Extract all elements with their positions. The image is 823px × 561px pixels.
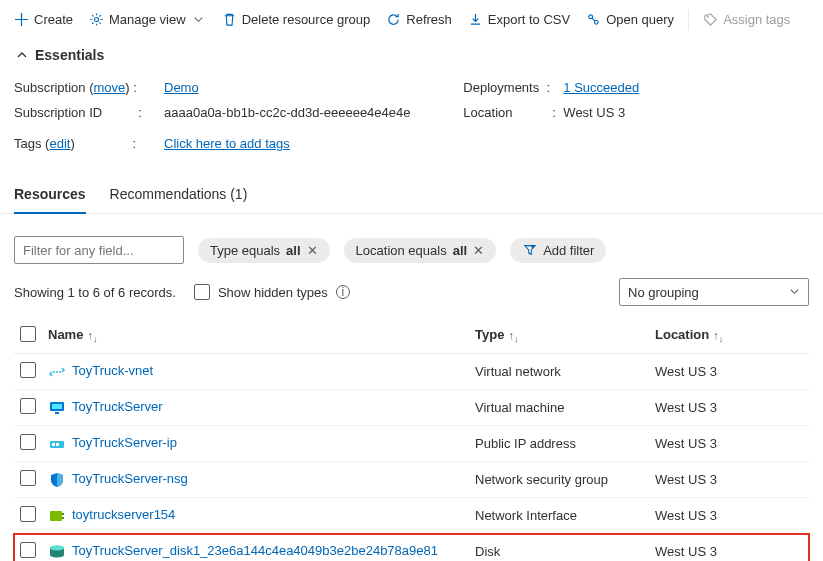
resource-type-cell: Virtual machine <box>469 390 649 426</box>
subscription-move-link[interactable]: move <box>94 80 126 95</box>
plus-icon <box>14 12 29 27</box>
filter-icon <box>522 243 537 258</box>
open-query-button[interactable]: Open query <box>584 8 676 31</box>
manage-view-label: Manage view <box>109 12 186 27</box>
resource-icon <box>48 435 66 453</box>
row-checkbox[interactable] <box>20 506 36 522</box>
deployments-label: Deployments <box>463 80 539 95</box>
close-icon[interactable]: ✕ <box>473 243 484 258</box>
svg-point-0 <box>94 17 98 21</box>
subscription-id-value: aaaa0a0a-bb1b-cc2c-dd3d-eeeeee4e4e4e <box>164 105 411 120</box>
query-icon <box>586 12 601 27</box>
filter-bar: Type equals all ✕ Location equals all ✕ … <box>0 214 823 276</box>
svg-rect-15 <box>62 517 64 519</box>
column-header-location[interactable]: Location↑↓ <box>649 318 809 354</box>
row-checkbox[interactable] <box>20 398 36 414</box>
svg-point-3 <box>707 16 709 18</box>
manage-view-button[interactable]: Manage view <box>87 8 208 31</box>
row-checkbox[interactable] <box>20 362 36 378</box>
column-header-name[interactable]: Name↑↓ <box>42 318 469 354</box>
resource-type-cell: Virtual network <box>469 354 649 390</box>
table-row: ToyTruckServer-nsgNetwork security group… <box>14 462 809 498</box>
tags-label: Tags <box>14 136 41 151</box>
download-icon <box>468 12 483 27</box>
resource-name-link[interactable]: ToyTruck-vnet <box>72 363 153 378</box>
add-filter-label: Add filter <box>543 243 594 258</box>
list-info-bar: Showing 1 to 6 of 6 records. Show hidden… <box>0 276 823 318</box>
sort-icon: ↑↓ <box>87 329 97 341</box>
subscription-link[interactable]: Demo <box>164 80 199 95</box>
resource-name-link[interactable]: ToyTruckServer-nsg <box>72 471 188 486</box>
add-filter-button[interactable]: Add filter <box>510 238 606 263</box>
toolbar-separator <box>688 10 689 30</box>
table-row: toytruckserver154Network InterfaceWest U… <box>14 498 809 534</box>
add-tags-link[interactable]: Click here to add tags <box>164 136 290 151</box>
row-checkbox[interactable] <box>20 434 36 450</box>
tab-recommendations[interactable]: Recommendations (1) <box>110 186 248 213</box>
tag-icon <box>703 12 718 27</box>
svg-point-6 <box>59 371 61 373</box>
svg-point-4 <box>53 371 55 373</box>
gear-icon <box>89 12 104 27</box>
filter-location-value: all <box>453 243 467 258</box>
resource-name-link[interactable]: ToyTruckServer_disk1_23e6a144c4ea4049b3e… <box>72 543 438 558</box>
table-row: ToyTruckServer-ipPublic IP addressWest U… <box>14 426 809 462</box>
resource-icon <box>48 471 66 489</box>
svg-point-17 <box>50 545 64 550</box>
resource-location-cell: West US 3 <box>649 534 809 562</box>
filter-type-value: all <box>286 243 300 258</box>
export-label: Export to CSV <box>488 12 570 27</box>
location-value: West US 3 <box>563 105 625 120</box>
filter-pill-type[interactable]: Type equals all ✕ <box>198 238 330 263</box>
resource-location-cell: West US 3 <box>649 462 809 498</box>
filter-pill-location[interactable]: Location equals all ✕ <box>344 238 497 263</box>
svg-rect-11 <box>52 443 55 446</box>
svg-rect-8 <box>52 404 62 409</box>
filter-location-label: Location equals <box>356 243 447 258</box>
create-label: Create <box>34 12 73 27</box>
assign-tags-button: Assign tags <box>701 8 792 31</box>
command-bar: Create Manage view Delete resource group… <box>0 0 823 39</box>
record-count-text: Showing 1 to 6 of 6 records. <box>14 285 176 300</box>
resource-location-cell: West US 3 <box>649 498 809 534</box>
essentials-heading: Essentials <box>35 47 104 63</box>
create-button[interactable]: Create <box>12 8 75 31</box>
table-row: ToyTruckServer_disk1_23e6a144c4ea4049b3e… <box>14 534 809 562</box>
refresh-button[interactable]: Refresh <box>384 8 454 31</box>
essentials-panel: Subscription (move) : Demo Subscription … <box>0 71 823 166</box>
resource-name-link[interactable]: toytruckserver154 <box>72 507 175 522</box>
resource-name-link[interactable]: ToyTruckServer <box>72 399 163 414</box>
chevron-up-icon <box>14 48 29 63</box>
select-all-checkbox[interactable] <box>20 326 36 342</box>
row-checkbox[interactable] <box>20 470 36 486</box>
resource-icon <box>48 543 66 561</box>
column-header-type[interactable]: Type↑↓ <box>469 318 649 354</box>
delete-label: Delete resource group <box>242 12 371 27</box>
table-row: ToyTruckServerVirtual machineWest US 3 <box>14 390 809 426</box>
deployments-link[interactable]: 1 Succeeded <box>563 80 639 95</box>
filter-type-label: Type equals <box>210 243 280 258</box>
filter-field-input[interactable] <box>14 236 184 264</box>
sort-icon: ↑↓ <box>713 329 723 341</box>
resource-type-cell: Public IP address <box>469 426 649 462</box>
resource-name-link[interactable]: ToyTruckServer-ip <box>72 435 177 450</box>
tab-resources[interactable]: Resources <box>14 186 86 214</box>
subscription-id-label: Subscription ID <box>14 105 102 120</box>
tags-edit-link[interactable]: edit <box>49 136 70 151</box>
grouping-value: No grouping <box>628 285 699 300</box>
show-hidden-label: Show hidden types <box>218 285 328 300</box>
refresh-icon <box>386 12 401 27</box>
row-checkbox[interactable] <box>20 542 36 558</box>
delete-resource-group-button[interactable]: Delete resource group <box>220 8 373 31</box>
essentials-toggle[interactable]: Essentials <box>0 39 823 71</box>
info-icon[interactable]: i <box>336 285 350 299</box>
resource-location-cell: West US 3 <box>649 354 809 390</box>
close-icon[interactable]: ✕ <box>307 243 318 258</box>
show-hidden-checkbox[interactable] <box>194 284 210 300</box>
export-csv-button[interactable]: Export to CSV <box>466 8 572 31</box>
resource-icon <box>48 507 66 525</box>
resources-table: Name↑↓ Type↑↓ Location↑↓ ToyTruck-vnetVi… <box>14 318 809 561</box>
grouping-dropdown[interactable]: No grouping <box>619 278 809 306</box>
svg-point-2 <box>595 20 599 24</box>
open-query-label: Open query <box>606 12 674 27</box>
